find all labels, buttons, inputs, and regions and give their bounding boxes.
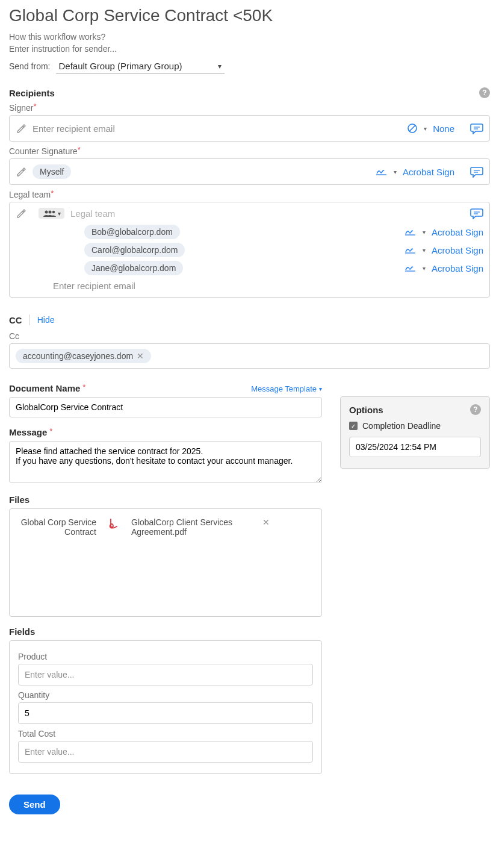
workflow-subtitle-1: How this workflow works?	[9, 31, 490, 43]
fields-box: Product Quantity Total Cost	[9, 640, 322, 774]
none-auth-icon[interactable]	[407, 123, 418, 134]
doc-name-input[interactable]	[9, 397, 322, 417]
counter-auth-label[interactable]: Acrobat Sign	[403, 167, 454, 177]
message-label: Message	[9, 427, 47, 437]
svg-point-8	[49, 211, 52, 214]
help-icon[interactable]: ?	[470, 404, 481, 415]
send-from-value: Default Group (Primary Group)	[58, 61, 182, 71]
cc-hide-link[interactable]: Hide	[37, 315, 55, 325]
page-title: Global Corp Service Contract <50K	[9, 6, 490, 25]
cc-label: CC	[9, 315, 22, 325]
legal-team-box: ▾ Legal team Bob@globalcorp.dom ▾ Acroba…	[9, 202, 490, 298]
quantity-label: Quantity	[18, 690, 313, 700]
legal-auth-label[interactable]: Acrobat Sign	[432, 245, 483, 255]
recipients-label: Recipients	[9, 88, 55, 98]
svg-point-9	[52, 211, 55, 213]
counter-label: Counter Signature*	[9, 146, 490, 156]
sign-auth-icon[interactable]	[404, 264, 417, 272]
message-template-link[interactable]: Message Template ▾	[251, 384, 322, 393]
legal-team-placeholder: Legal team	[70, 208, 115, 219]
sign-auth-icon[interactable]	[376, 167, 388, 176]
remove-file-icon[interactable]: ✕	[262, 517, 270, 527]
quantity-input[interactable]	[18, 702, 313, 724]
pen-icon	[16, 123, 26, 134]
send-button[interactable]: Send	[9, 795, 60, 814]
product-label: Product	[18, 652, 313, 661]
divider	[29, 314, 30, 325]
chevron-down-icon[interactable]: ▾	[394, 169, 397, 175]
cc-field-label: Cc	[9, 331, 490, 341]
cc-input-box[interactable]: accounting@caseyjones.dom ✕	[9, 343, 490, 369]
remove-cc-icon[interactable]: ✕	[137, 351, 144, 361]
sign-auth-icon[interactable]	[404, 246, 417, 254]
message-icon[interactable]	[470, 207, 483, 219]
legal-label: Legal team*	[9, 190, 490, 199]
file-row: Global Corp Service Contract GlobalCorp …	[18, 517, 313, 537]
message-icon[interactable]	[470, 122, 483, 134]
message-icon[interactable]	[470, 166, 483, 178]
total-cost-input[interactable]	[18, 741, 313, 763]
svg-line-1	[409, 125, 415, 131]
total-cost-label: Total Cost	[18, 729, 313, 738]
pen-icon	[16, 166, 26, 177]
fields-label: Fields	[9, 626, 322, 637]
files-label: Files	[9, 495, 322, 505]
product-input[interactable]	[18, 664, 313, 685]
help-icon[interactable]: ?	[479, 87, 490, 98]
options-title: Options	[349, 405, 383, 415]
signer-box: ▾ None	[9, 115, 490, 142]
chevron-down-icon[interactable]: ▾	[423, 229, 426, 236]
files-box: Global Corp Service Contract GlobalCorp …	[9, 508, 322, 617]
deadline-checkbox[interactable]: ✓	[349, 422, 358, 430]
file-item-label: Global Corp Service Contract	[18, 517, 96, 537]
chevron-down-icon[interactable]: ▾	[423, 247, 426, 254]
cc-pill[interactable]: accounting@caseyjones.dom ✕	[16, 349, 151, 363]
send-from-label: Send from:	[9, 61, 50, 71]
sign-auth-icon[interactable]	[404, 228, 417, 236]
pdf-icon	[107, 517, 120, 531]
message-textarea[interactable]	[9, 441, 322, 483]
chevron-down-icon[interactable]: ▾	[423, 265, 426, 272]
signer-email-input[interactable]	[33, 123, 407, 134]
legal-member-row: Jane@globalcorp.dom ▾ Acrobat Sign	[16, 259, 483, 277]
legal-member-pill[interactable]: Jane@globalcorp.dom	[84, 261, 183, 275]
legal-member-pill[interactable]: Bob@globalcorp.dom	[84, 225, 180, 239]
pen-icon	[16, 208, 26, 219]
deadline-input[interactable]	[349, 437, 481, 457]
file-name: GlobalCorp Client Services Agreement.pdf	[131, 517, 252, 537]
counter-box: Myself ▾ Acrobat Sign	[9, 158, 490, 185]
options-panel: Options ? ✓ Completion Deadline	[340, 396, 490, 469]
legal-member-pill[interactable]: Carol@globalcorp.dom	[84, 243, 185, 257]
group-icon-button[interactable]: ▾	[39, 208, 64, 219]
deadline-label: Completion Deadline	[362, 421, 441, 431]
workflow-subtitle-2: Enter instruction for sender...	[9, 43, 490, 55]
signer-label: Signer*	[9, 103, 490, 113]
counter-pill-myself[interactable]: Myself	[33, 164, 71, 179]
legal-member-row: Bob@globalcorp.dom ▾ Acrobat Sign	[16, 223, 483, 241]
chevron-down-icon[interactable]: ▾	[424, 125, 427, 132]
legal-member-row: Carol@globalcorp.dom ▾ Acrobat Sign	[16, 241, 483, 259]
doc-name-label: Document Name	[9, 383, 80, 393]
svg-point-7	[45, 211, 48, 214]
legal-auth-label[interactable]: Acrobat Sign	[432, 263, 483, 273]
legal-auth-label[interactable]: Acrobat Sign	[432, 227, 483, 237]
legal-enter-email[interactable]: Enter recipient email	[16, 277, 483, 291]
send-from-select[interactable]: Default Group (Primary Group)	[56, 58, 225, 74]
signer-auth-label[interactable]: None	[433, 123, 454, 134]
